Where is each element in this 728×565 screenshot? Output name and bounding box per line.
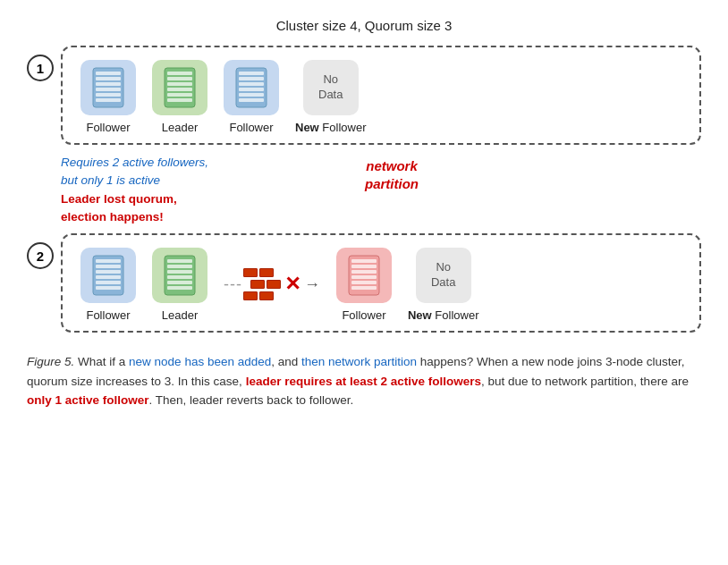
brick-wall xyxy=(243,268,281,300)
node-follower1: Follower xyxy=(80,60,136,134)
svg-rect-8 xyxy=(167,72,192,75)
brick xyxy=(259,291,274,300)
svg-rect-22 xyxy=(96,259,121,263)
node-new-follower2: NoData New Follower xyxy=(408,248,478,322)
svg-rect-12 xyxy=(167,93,192,97)
left-text-block: Requires 2 active followers, but only 1 … xyxy=(61,154,311,226)
dashed-line-left: - - - xyxy=(224,275,240,294)
node-follower4-label: Follower xyxy=(342,308,385,322)
svg-rect-32 xyxy=(167,275,192,279)
node-follower3-label: Follower xyxy=(86,308,130,322)
section1-circle: 1 xyxy=(27,55,54,81)
svg-rect-13 xyxy=(167,98,192,102)
node-follower3: Follower xyxy=(80,248,136,322)
caption-blue2: then network partition xyxy=(301,355,417,368)
svg-rect-10 xyxy=(167,82,192,86)
svg-rect-5 xyxy=(96,93,121,97)
section2-circle: 2 xyxy=(27,242,54,269)
section1: 1 Follower xyxy=(27,46,701,145)
svg-rect-33 xyxy=(167,281,192,284)
svg-rect-38 xyxy=(351,270,377,274)
node-new-follower1: NoData New Follower xyxy=(295,60,366,134)
caption-text5: . Then, leader reverts back to follower. xyxy=(149,393,354,407)
network-partition-label: network partition xyxy=(365,154,419,192)
svg-rect-31 xyxy=(167,270,192,274)
server-icon-follower4 xyxy=(336,248,392,303)
caption-figure: Figure 5. xyxy=(27,355,74,368)
caption-text2: , and xyxy=(271,355,301,368)
svg-rect-19 xyxy=(239,93,264,97)
server-icon-follower2 xyxy=(224,60,279,115)
requires-text: Requires 2 active followers, but only 1 … xyxy=(61,154,311,190)
server-icon-new-follower1: NoData xyxy=(303,60,359,115)
brick xyxy=(267,280,281,289)
svg-rect-36 xyxy=(351,259,377,263)
partition-visual: - - - ✕ → xyxy=(224,268,320,300)
caption-text1: What if a xyxy=(78,355,129,368)
node-new-follower2-label: New Follower xyxy=(408,308,478,322)
brick xyxy=(243,291,258,300)
svg-rect-6 xyxy=(96,98,121,102)
svg-rect-29 xyxy=(167,259,192,263)
svg-rect-15 xyxy=(239,72,264,75)
section2: 2 Follower xyxy=(27,233,701,333)
svg-rect-24 xyxy=(96,270,121,274)
svg-rect-40 xyxy=(351,281,377,284)
node-follower2-label: Follower xyxy=(229,121,273,134)
node-leader1-label: Leader xyxy=(162,121,198,134)
node-leader2: Leader xyxy=(152,248,207,322)
server-icon-new-follower2: NoData xyxy=(416,248,471,303)
svg-rect-1 xyxy=(96,72,121,75)
server-icon-follower1 xyxy=(80,60,136,115)
node-new-follower1-label: New Follower xyxy=(295,121,366,134)
server-icon-follower3 xyxy=(80,248,136,303)
caption-text4: , but due to network partition, there ar… xyxy=(481,375,689,388)
no-data-text2: NoData xyxy=(431,260,455,291)
server-icon-leader2 xyxy=(152,248,207,303)
section1-box: Follower Leader xyxy=(61,46,701,145)
svg-rect-20 xyxy=(239,98,264,102)
svg-rect-27 xyxy=(96,286,121,290)
svg-rect-37 xyxy=(351,265,377,268)
node-leader2-label: Leader xyxy=(162,308,198,322)
no-data-text1: NoData xyxy=(318,72,343,103)
svg-rect-30 xyxy=(167,265,192,268)
svg-rect-4 xyxy=(96,88,121,91)
section2-box: Follower Leader - - - xyxy=(61,233,701,333)
svg-rect-2 xyxy=(96,77,121,80)
svg-rect-23 xyxy=(96,265,121,268)
svg-rect-25 xyxy=(96,275,121,279)
svg-rect-3 xyxy=(96,82,121,86)
svg-rect-34 xyxy=(167,286,192,290)
svg-rect-41 xyxy=(351,286,377,290)
node-leader1: Leader xyxy=(152,60,207,134)
svg-rect-39 xyxy=(351,275,377,279)
caption: Figure 5. What if a new node has been ad… xyxy=(27,349,701,410)
lost-quorum-text: Leader lost quorum, election happens! xyxy=(61,190,311,227)
svg-rect-17 xyxy=(239,82,264,86)
right-arrow: → xyxy=(304,275,320,294)
brick xyxy=(250,280,265,289)
svg-rect-26 xyxy=(96,281,121,284)
svg-rect-9 xyxy=(167,77,192,80)
node-follower1-label: Follower xyxy=(86,121,130,134)
svg-rect-16 xyxy=(239,77,264,80)
caption-red1: leader requires at least 2 active follow… xyxy=(246,375,481,388)
diagram-title: Cluster size 4, Quorum size 3 xyxy=(27,18,701,33)
caption-red2: only 1 active follower xyxy=(27,393,149,407)
svg-rect-11 xyxy=(167,88,192,91)
brick xyxy=(259,268,274,277)
svg-rect-18 xyxy=(239,88,264,91)
x-mark: ✕ xyxy=(284,273,301,296)
brick xyxy=(243,268,258,277)
node-follower4: Follower xyxy=(336,248,392,322)
node-follower2: Follower xyxy=(224,60,279,134)
middle-section: Requires 2 active followers, but only 1 … xyxy=(27,154,701,226)
server-icon-leader1 xyxy=(152,60,207,115)
caption-blue1: new node has been added xyxy=(129,355,271,368)
